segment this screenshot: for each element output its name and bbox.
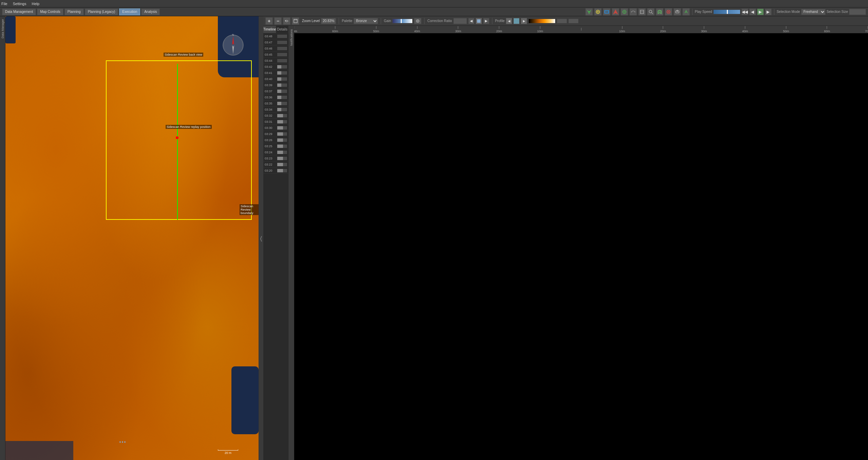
- tab-planning[interactable]: Planning: [64, 8, 84, 15]
- menu-file[interactable]: File: [1, 2, 7, 6]
- ruler-tick: [499, 26, 499, 29]
- scale-ruler: 70m60m50m40m30m20m10m10m20m30m40m50m60m7…: [294, 26, 868, 33]
- time-row[interactable]: 03:26: [263, 137, 288, 143]
- zoom-in-button[interactable]: +: [265, 17, 273, 25]
- tab-execution[interactable]: Execution: [119, 8, 140, 15]
- play-speed-slider[interactable]: [713, 9, 740, 14]
- gain-settings-button[interactable]: [414, 18, 421, 24]
- sidescan-topbar: + − Zoom Level 20.83% Palette: [263, 16, 868, 26]
- ruler-tick: [417, 26, 417, 29]
- ruler-mark: 10m: [537, 26, 543, 33]
- step-back-button[interactable]: ◀: [749, 8, 756, 15]
- time-row[interactable]: 03:44: [263, 58, 288, 64]
- map-collapse-handle[interactable]: [259, 16, 263, 460]
- map-tool-3[interactable]: [603, 8, 610, 16]
- ruler-label: 60m: [332, 30, 338, 33]
- time-label: 03:25: [265, 145, 277, 148]
- palette-label: Palette: [342, 19, 352, 23]
- zoom-out-button[interactable]: −: [274, 17, 282, 25]
- timeline-tab[interactable]: Timeline: [263, 26, 276, 33]
- time-row[interactable]: 03:20: [263, 168, 288, 174]
- map-tool-2[interactable]: [594, 8, 602, 16]
- map-tool-5[interactable]: [621, 8, 628, 16]
- map-tool-4[interactable]: [612, 8, 619, 16]
- zoom-reset-button[interactable]: [283, 17, 290, 25]
- time-row[interactable]: 03:41: [263, 70, 288, 76]
- zoom-level-value: 20.83%: [321, 18, 336, 24]
- time-row[interactable]: 03:40: [263, 76, 288, 82]
- map-tool-11[interactable]: [674, 8, 681, 16]
- time-row[interactable]: 03:48: [263, 33, 288, 39]
- rewind-button[interactable]: ◀◀: [741, 8, 748, 15]
- time-row[interactable]: 03:46: [263, 45, 288, 52]
- time-bar: [277, 169, 287, 172]
- correction-ratio-input[interactable]: 1: [453, 18, 467, 24]
- selection-mode-select[interactable]: Freehand Rectangle: [801, 9, 826, 15]
- ruler-tick: [540, 26, 540, 29]
- time-row[interactable]: 03:47: [263, 39, 288, 45]
- svg-point-8: [631, 11, 632, 12]
- details-tab[interactable]: Details: [276, 26, 288, 33]
- time-label: 03:31: [265, 120, 277, 123]
- color-min-input[interactable]: [557, 19, 567, 23]
- time-row[interactable]: 03:39: [263, 82, 288, 88]
- gain-slider[interactable]: [392, 19, 413, 23]
- time-label: 03:29: [265, 132, 277, 136]
- time-row[interactable]: 03:37: [263, 88, 288, 94]
- ruler-tick: [622, 26, 622, 29]
- time-row[interactable]: 03:25: [263, 143, 288, 149]
- time-label: 03:30: [265, 126, 277, 130]
- svg-line-13: [652, 13, 653, 14]
- zoom-fit-button[interactable]: [292, 17, 299, 25]
- ruler-tick: [335, 26, 335, 29]
- time-row[interactable]: 03:29: [263, 131, 288, 137]
- map-tool-10[interactable]: [665, 8, 672, 16]
- correction-left-button[interactable]: ◀: [468, 18, 474, 24]
- tab-data-management[interactable]: Data Management: [2, 8, 36, 15]
- water-left: [5, 16, 16, 43]
- menu-settings[interactable]: Settings: [13, 2, 26, 6]
- correction-toggle[interactable]: [476, 18, 482, 24]
- map-tool-1[interactable]: [585, 8, 593, 16]
- ruler-mark: 70m: [865, 26, 868, 33]
- play-button[interactable]: ▶: [757, 8, 764, 15]
- time-row[interactable]: 03:35: [263, 100, 288, 107]
- map-tool-6[interactable]: [629, 8, 637, 16]
- time-row[interactable]: 03:24: [263, 149, 288, 155]
- tab-planning-legacy[interactable]: Planning (Legacy): [85, 8, 118, 15]
- nav-dots: [119, 441, 126, 443]
- color-max-input[interactable]: [568, 19, 579, 23]
- ruler-label: 60m: [824, 30, 830, 33]
- time-bar: [277, 41, 287, 44]
- tab-analysis[interactable]: Analysis: [141, 8, 160, 15]
- time-row[interactable]: 03:34: [263, 107, 288, 113]
- play-speed-label: Play Speed: [695, 10, 712, 14]
- time-row[interactable]: 03:42: [263, 64, 288, 70]
- menu-help[interactable]: Help: [32, 2, 39, 6]
- ruler-label: 30m: [701, 30, 707, 33]
- notifications-label[interactable]: Notifications: [289, 27, 294, 48]
- map-tool-7[interactable]: [638, 8, 646, 16]
- step-forward-button[interactable]: ▶: [765, 8, 772, 15]
- time-row[interactable]: 03:36: [263, 94, 288, 100]
- notifications-tab[interactable]: Notifications: [289, 26, 294, 460]
- selection-size-input[interactable]: [849, 9, 866, 15]
- replay-dot: [176, 136, 178, 139]
- map-tool-8[interactable]: [647, 8, 655, 16]
- data-manager-tab[interactable]: Data Manager: [0, 18, 5, 40]
- time-label: 03:32: [265, 114, 277, 117]
- timeline-scroll[interactable]: 03:4803:4703:4603:4503:4403:4203:4103:40…: [263, 33, 288, 460]
- map-tool-9[interactable]: [656, 8, 663, 16]
- time-row[interactable]: 03:23: [263, 155, 288, 161]
- time-row[interactable]: 03:22: [263, 161, 288, 168]
- palette-select[interactable]: Bronze Grayscale Hot: [354, 18, 378, 24]
- time-row[interactable]: 03:31: [263, 119, 288, 125]
- profile-right-button[interactable]: ▶: [521, 18, 527, 24]
- tab-map-controls[interactable]: Map Controls: [37, 8, 63, 15]
- correction-right-button[interactable]: ▶: [483, 18, 489, 24]
- time-row[interactable]: 03:45: [263, 52, 288, 58]
- profile-left-button[interactable]: ◀: [506, 18, 512, 24]
- time-row[interactable]: 03:32: [263, 113, 288, 119]
- time-row[interactable]: 03:30: [263, 125, 288, 131]
- map-tool-12[interactable]: [682, 8, 690, 16]
